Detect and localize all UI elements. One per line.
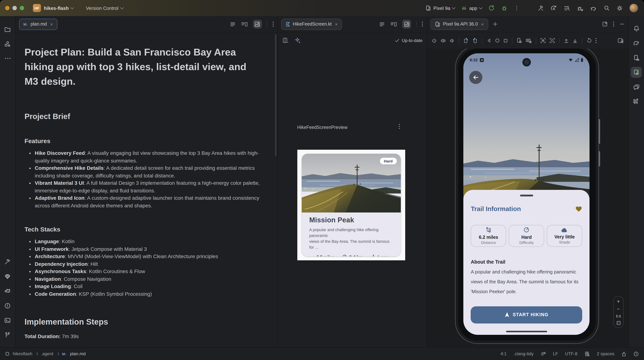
fit-to-window-icon[interactable] (616, 321, 621, 325)
volume-up-icon[interactable] (440, 38, 446, 43)
more-actions-icon[interactable] (514, 5, 520, 11)
tab-options-icon[interactable] (422, 21, 423, 27)
version-control-tool-button[interactable] (0, 328, 15, 342)
build-tool-button[interactable] (0, 254, 15, 269)
split-view-button[interactable] (390, 21, 397, 27)
open-in-new-window-icon[interactable] (602, 21, 608, 27)
logcat-tool-button[interactable] (0, 284, 15, 298)
rotate-left-icon[interactable] (463, 38, 469, 43)
editor-only-view-button[interactable] (230, 21, 236, 27)
terminal-tool-button[interactable] (0, 313, 15, 328)
tab-plan-md[interactable]: M↓ plan.md × (20, 19, 57, 29)
travel-assistant-button[interactable] (629, 94, 644, 109)
preview-layout-mode-button[interactable] (282, 37, 289, 44)
attach-debugger-icon[interactable] (577, 4, 584, 11)
tab-pixel-9a[interactable]: Pixel 9a API 36.0 × (431, 19, 488, 29)
maximize-window-button[interactable] (20, 6, 24, 10)
upload-icon[interactable] (564, 38, 569, 43)
tab-hikefeedscreen-kt[interactable]: HikeFeedScreen.kt × (282, 19, 342, 29)
trail-bottom-sheet[interactable]: Trail Information 6.2 m (464, 190, 590, 335)
device-mirror-icon[interactable] (617, 38, 624, 43)
add-device-tab-button[interactable] (492, 21, 498, 27)
power-button-icon[interactable] (432, 38, 437, 43)
phone-screen[interactable]: 8:32 A (464, 53, 590, 335)
android-back-icon[interactable] (486, 38, 492, 43)
panel-options-icon[interactable] (613, 21, 614, 27)
editor-scrollbar[interactable] (275, 34, 276, 156)
highlighting-level-icon[interactable] (540, 351, 546, 357)
unlocked-icon[interactable] (621, 351, 626, 357)
inspections-status-icon[interactable] (634, 351, 639, 357)
close-tab-icon[interactable]: × (50, 21, 53, 27)
start-hiking-button[interactable]: START HIKING (471, 306, 582, 323)
volume-rocker (599, 119, 600, 144)
breadcrumb-file[interactable]: plan.md (70, 351, 86, 356)
rotate-right-icon[interactable] (472, 38, 478, 43)
preview-only-view-button[interactable] (402, 20, 411, 28)
gemini-button[interactable] (629, 80, 644, 94)
caret-position[interactable]: 4:1 (500, 351, 506, 356)
hide-panel-icon[interactable] (620, 21, 624, 27)
run-configuration[interactable]: app (461, 5, 482, 11)
device-settings-icon[interactable] (516, 38, 522, 43)
sync-project-icon[interactable] (550, 4, 557, 11)
more-tool-windows-button[interactable] (0, 51, 15, 66)
close-tab-icon[interactable]: × (335, 21, 338, 27)
preview-only-view-button[interactable] (253, 20, 262, 28)
profiler-icon[interactable] (590, 4, 597, 11)
hike-hero-photo (464, 53, 590, 199)
preview-options-icon[interactable] (398, 123, 400, 129)
resource-manager-tool-button[interactable] (0, 36, 15, 51)
running-devices-button[interactable] (629, 65, 644, 80)
close-window-button[interactable] (5, 6, 10, 10)
close-tab-icon[interactable]: × (481, 21, 484, 27)
search-everywhere-icon[interactable] (604, 5, 610, 11)
line-ending-widget[interactable]: LF (553, 351, 558, 356)
android-home-icon[interactable] (495, 38, 500, 43)
settings-gear-icon[interactable] (616, 4, 623, 11)
sheet-drag-handle[interactable] (520, 194, 533, 196)
code-style-icon[interactable] (584, 351, 590, 357)
hike-card[interactable]: Hard Mission Peak A popular and challeng… (302, 154, 401, 256)
tab-options-icon[interactable] (272, 21, 274, 27)
project-selector[interactable]: hikes-flash (44, 5, 74, 11)
breadcrumb-project[interactable]: hikesflash (13, 351, 32, 356)
minimize-window-button[interactable] (12, 6, 17, 10)
split-view-button[interactable] (241, 21, 248, 27)
device-selector[interactable]: Pixel 9a (425, 5, 455, 11)
version-control-menu[interactable]: Version Control (86, 5, 123, 11)
compose-preview-canvas[interactable]: Hard Mission Peak A popular and challeng… (297, 150, 405, 260)
project-tool-button[interactable] (0, 22, 15, 36)
problems-tool-button[interactable] (0, 298, 15, 313)
user-avatar[interactable] (629, 4, 638, 12)
screenshot-icon[interactable] (540, 38, 546, 43)
chevron-right-icon (56, 352, 59, 356)
logcat-icon[interactable] (564, 4, 570, 11)
rerun-app-button[interactable] (488, 5, 495, 11)
gemini-sparkle-icon[interactable] (294, 37, 301, 44)
app-quality-insights-button[interactable] (0, 269, 15, 284)
notifications-button[interactable] (629, 21, 644, 36)
favorite-heart-icon[interactable] (576, 206, 582, 212)
debug-button[interactable] (501, 5, 508, 11)
indent-widget[interactable]: 2 spaces (597, 351, 614, 356)
analyzer-widget[interactable]: .clang-tidy (514, 351, 534, 356)
stat-type: Loop (371, 254, 388, 256)
gradle-button[interactable] (629, 36, 644, 50)
build-run-icon[interactable] (537, 4, 544, 11)
editor-only-view-button[interactable] (379, 21, 385, 27)
reset-icon[interactable] (586, 38, 592, 43)
android-overview-icon[interactable] (504, 38, 508, 43)
volume-down-icon[interactable] (450, 38, 455, 43)
download-icon[interactable] (572, 38, 578, 43)
zoom-in-button[interactable]: + (617, 299, 620, 304)
screen-record-icon[interactable] (550, 38, 555, 43)
breadcrumb-folder[interactable]: .agent (41, 351, 54, 356)
encoding-widget[interactable]: UTF-8 (565, 351, 578, 356)
toolbar-more-icon[interactable] (596, 38, 597, 43)
zoom-out-button[interactable]: − (617, 306, 620, 311)
zoom-ratio-button[interactable]: 1:1 (616, 314, 621, 318)
breadcrumb[interactable]: hikesflash .agent M↓ plan.md (5, 351, 86, 356)
hardware-input-icon[interactable] (526, 38, 532, 43)
device-manager-button[interactable] (629, 50, 644, 65)
